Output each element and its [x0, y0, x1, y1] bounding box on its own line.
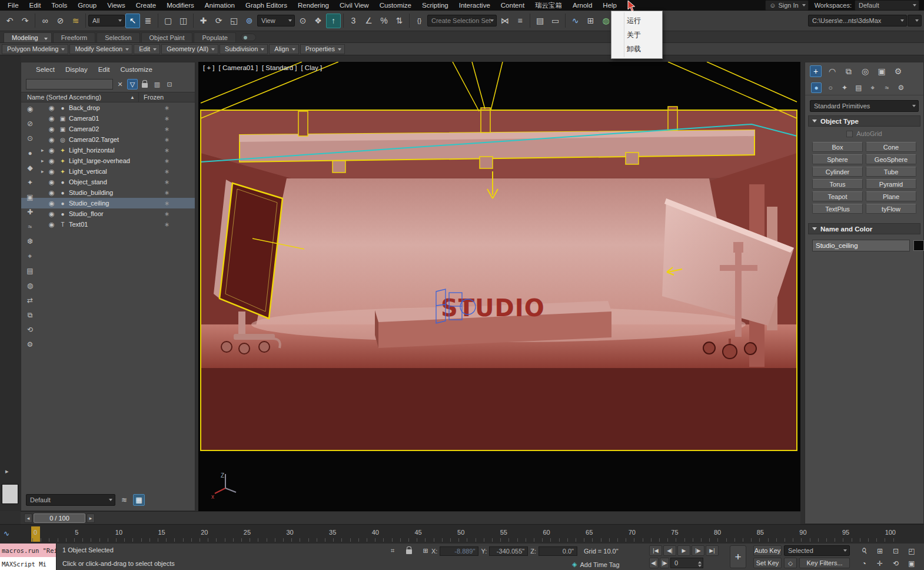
key-mode-combo[interactable]: Selected: [784, 545, 850, 556]
explorer-menu-display[interactable]: Display: [60, 66, 93, 73]
table-row[interactable]: ▸◉✦Light_vertical∗: [21, 166, 195, 177]
curve-editor-icon[interactable]: ∿: [568, 14, 583, 28]
display-spacewarps-icon[interactable]: ≈: [25, 221, 35, 232]
next-frame-button[interactable]: ▸: [87, 513, 95, 523]
panel-subdivision[interactable]: Subdivision: [220, 44, 268, 54]
display-shapes-icon[interactable]: ◆: [25, 163, 35, 173]
set-keys-button[interactable]: +: [730, 545, 746, 568]
table-row[interactable]: ◉●Studio_floor∗: [21, 208, 195, 219]
cone-button[interactable]: Cone: [866, 142, 916, 152]
current-frame-field[interactable]: 0: [670, 558, 703, 568]
go-to-start-button[interactable]: |◀: [649, 545, 662, 556]
menu-interactive[interactable]: Interactive: [454, 0, 496, 11]
object-name-field[interactable]: [812, 240, 910, 251]
object-color-swatch[interactable]: [913, 240, 924, 251]
display-xrefs-icon[interactable]: ⇄: [25, 295, 35, 306]
workspaces-combo[interactable]: Default: [855, 0, 919, 11]
menu-rendering[interactable]: Rendering: [293, 0, 334, 11]
cylinder-button[interactable]: Cylinder: [812, 167, 863, 177]
z-coordinate-field[interactable]: 0.0": [539, 546, 577, 556]
maxscript-mini-listener[interactable]: macros.run "Rei MAXScript Mi: [0, 544, 56, 570]
menu-customize[interactable]: Customize: [374, 0, 417, 11]
menu-tools[interactable]: Tools: [46, 0, 72, 11]
frozen-icon[interactable]: ∗: [139, 200, 195, 207]
tab-modeling[interactable]: Modeling: [4, 32, 52, 42]
zoom-all-icon[interactable]: ⊞: [872, 545, 888, 557]
redo-icon[interactable]: ↷: [18, 14, 32, 28]
time-slider-track[interactable]: ◂ 0 / 100 ▸: [21, 511, 800, 524]
viewport-menu-pov[interactable]: [ Camera01 ]: [219, 64, 258, 71]
table-row[interactable]: ◉▣Camera01∗: [21, 113, 195, 124]
explorer-settings-icon[interactable]: ⊡: [164, 79, 175, 90]
helpers-category-icon[interactable]: ⌖: [868, 82, 878, 93]
frame-back-button[interactable]: ◀|: [649, 558, 659, 568]
next-key-button[interactable]: |▶: [692, 545, 704, 556]
display-particles-icon[interactable]: ❆: [25, 236, 35, 247]
teapot-button[interactable]: Teapot: [812, 191, 863, 201]
visibility-icon[interactable]: ◉: [49, 200, 56, 207]
menu-arnold[interactable]: Arnold: [567, 0, 597, 11]
explorer-menu-customize[interactable]: Customize: [115, 66, 158, 73]
mini-curve-editor-icon[interactable]: ∿: [4, 529, 9, 538]
menu-modifiers[interactable]: Modifiers: [161, 0, 200, 11]
unlink-selection-icon[interactable]: ⊘: [53, 14, 68, 28]
select-and-rotate-icon[interactable]: ⟳: [211, 14, 226, 28]
explorer-layers-icon[interactable]: ≋: [118, 494, 130, 506]
frozen-icon[interactable]: ∗: [139, 178, 195, 186]
isolate-selection-icon[interactable]: ⌗: [387, 546, 398, 555]
sync-selection-icon[interactable]: ⟲: [25, 324, 35, 335]
modify-tab-icon[interactable]: ◠: [826, 65, 838, 77]
bind-to-spacewarp-icon[interactable]: ≋: [68, 14, 83, 28]
visibility-icon[interactable]: ◉: [49, 178, 56, 186]
selection-region-icon[interactable]: ▢: [161, 14, 175, 28]
menu-plugin-box[interactable]: 瑞云宝箱: [530, 0, 567, 11]
menu-content[interactable]: Content: [496, 0, 530, 11]
zoom-extents-icon[interactable]: ⊡: [888, 545, 903, 557]
select-and-link-icon[interactable]: ∞: [38, 14, 52, 28]
frozen-icon[interactable]: ∗: [139, 210, 195, 218]
display-tab-icon[interactable]: ▣: [876, 65, 888, 77]
toggle-ribbon-icon[interactable]: ▭: [548, 14, 563, 28]
column-header-name[interactable]: Name (Sorted Ascending) ▲: [21, 92, 139, 102]
tab-populate[interactable]: Populate: [194, 32, 235, 42]
play-button[interactable]: ▶: [677, 545, 690, 556]
frozen-icon[interactable]: ∗: [139, 115, 195, 122]
zoom-region-icon[interactable]: ◰: [904, 545, 919, 557]
frozen-icon[interactable]: ∗: [139, 104, 195, 112]
viewport-menu-general[interactable]: [ + ]: [203, 64, 215, 71]
track-bar[interactable]: ∿ 05101520253035404550556065707580859095…: [0, 524, 924, 543]
frozen-icon[interactable]: ∗: [139, 221, 195, 228]
textplus-button[interactable]: TextPlus: [812, 204, 863, 214]
frame-forward-button[interactable]: |▶: [660, 558, 669, 568]
cameras-category-icon[interactable]: ▤: [853, 82, 864, 93]
time-slider-handle[interactable]: 0 / 100: [34, 513, 85, 523]
select-and-scale-icon[interactable]: ◱: [227, 14, 241, 28]
search-input[interactable]: [26, 79, 113, 90]
visibility-icon[interactable]: ◉: [49, 136, 56, 144]
frozen-icon[interactable]: ∗: [139, 189, 195, 197]
plane-button[interactable]: Plane: [866, 191, 916, 201]
angle-snap-icon[interactable]: ∠: [361, 14, 376, 28]
menu-civil-view[interactable]: Civil View: [334, 0, 374, 11]
selection-lock-icon[interactable]: [404, 546, 414, 555]
selection-filter-combo[interactable]: All: [88, 15, 125, 26]
reference-coordinate-combo[interactable]: View: [257, 15, 295, 26]
object-type-rollout[interactable]: Object Type: [808, 115, 920, 127]
frozen-icon[interactable]: ∗: [139, 125, 195, 133]
schematic-view-icon[interactable]: ⊞: [583, 14, 598, 28]
table-row[interactable]: ▸◉✦Light_large-overhead∗: [21, 155, 195, 166]
viewport-menu-style[interactable]: [ Clay ]: [301, 64, 322, 71]
filter-funnel-icon[interactable]: ▽: [127, 79, 138, 90]
visibility-icon[interactable]: ◉: [49, 221, 56, 228]
column-header-frozen[interactable]: Frozen: [139, 92, 195, 102]
auto-key-button[interactable]: Auto Key: [753, 545, 782, 556]
frozen-icon[interactable]: ∗: [139, 168, 195, 175]
sign-in-button[interactable]: ☺ Sign In: [765, 0, 808, 11]
absolute-mode-icon[interactable]: ⊞: [420, 546, 431, 555]
table-row[interactable]: ◉TText01∗: [21, 219, 195, 230]
display-invert-icon[interactable]: ⊙: [25, 133, 35, 144]
panel-polygon-modeling[interactable]: Polygon Modeling: [2, 44, 68, 54]
viewport-layout-swatch[interactable]: [2, 484, 18, 504]
menu-group[interactable]: Group: [72, 0, 102, 11]
table-row[interactable]: ▸◉✦Light_horizontal∗: [21, 145, 195, 155]
